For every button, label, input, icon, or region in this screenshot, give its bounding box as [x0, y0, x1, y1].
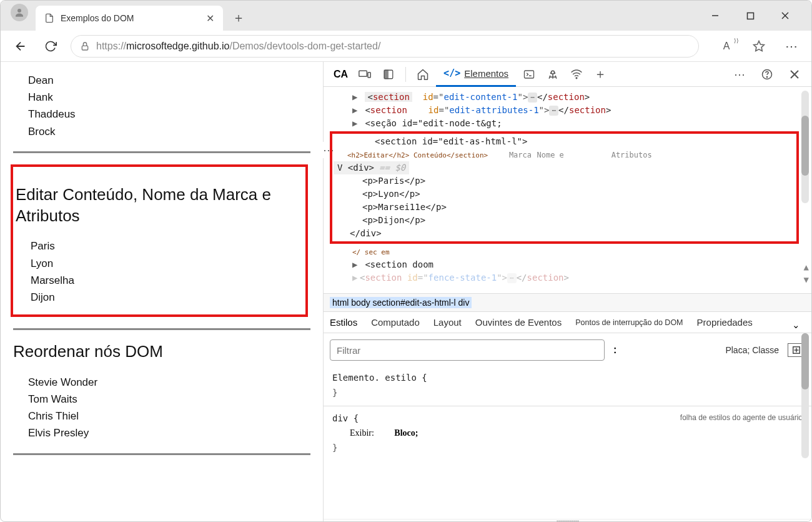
more-tabs-button[interactable]: ＋	[590, 64, 611, 85]
language-button[interactable]: CA	[330, 69, 352, 80]
list-item: Marselha	[31, 272, 297, 289]
tree-text: <p>Marsei11e</p>	[337, 201, 791, 214]
tree-text: </ sec em	[352, 248, 390, 256]
help-button[interactable]	[756, 64, 778, 85]
rule-selector[interactable]: div {	[332, 413, 359, 423]
devtools-toolbar: CA </> Elementos ＋	[324, 62, 811, 87]
minimize-button[interactable]	[706, 7, 724, 24]
elements-tree[interactable]: ▶ <section id="edit-content-1">⋯</sectio…	[324, 87, 811, 293]
tab-elements[interactable]: </> Elementos	[436, 62, 516, 87]
address-bar: https://microsoftedge.github.io/Demos/de…	[1, 31, 811, 62]
breadcrumb[interactable]: html body section#edit-as-html-l div	[324, 293, 811, 312]
svg-point-0	[17, 9, 21, 13]
styles-scrollbar[interactable]	[801, 333, 809, 458]
devtools-panel: ⋯ CA </> Elementos	[323, 62, 811, 522]
window-controls	[706, 1, 806, 31]
svg-rect-8	[368, 72, 370, 77]
rule-brace: }	[332, 443, 337, 453]
highlighted-tree-region: <section id="edit-as-html-l"> <h2>Editar…	[330, 131, 799, 244]
code-icon: </>	[443, 68, 460, 79]
styles-rules: Elemento. estilo { } folha de estilos do…	[324, 367, 811, 459]
svg-point-13	[552, 71, 555, 74]
svg-rect-10	[384, 70, 388, 79]
styles-filter-row: : Placa; Classe	[324, 333, 811, 367]
network-tab-icon[interactable]	[566, 64, 587, 85]
css-property[interactable]: Exibir: Bloco;	[350, 426, 803, 441]
tree-text: <p>Paris</p>	[337, 174, 791, 188]
tab-close-button[interactable]: ✕	[206, 13, 214, 24]
scroll-down-icon[interactable]: ▼	[804, 274, 809, 284]
list-item: Elvis Presley	[28, 424, 310, 441]
lock-icon	[80, 41, 90, 51]
url-text: https://microsoftedge.github.io/Demos/de…	[96, 41, 380, 52]
devtools-menu-button[interactable]: ⋯	[729, 64, 750, 85]
rule-selector[interactable]: Elemento. estilo {	[332, 373, 427, 383]
list-item: Tom Waits	[28, 391, 310, 408]
list-item: Dean	[28, 72, 310, 89]
page-icon	[44, 13, 54, 23]
chevron-down-icon[interactable]: ⌄	[792, 319, 805, 331]
device-toggle-button[interactable]	[354, 64, 375, 85]
tree-text: <h2>Editar</h2> Conteúdo</section>	[347, 151, 488, 159]
browser-tab[interactable]: Exemplos do DOM ✕	[36, 6, 223, 31]
tab-properties[interactable]: Propriedades	[697, 317, 753, 333]
scroll-up-icon[interactable]: ▲	[804, 262, 809, 272]
styles-filter-input[interactable]	[330, 339, 605, 361]
list-item: Paris	[31, 238, 297, 254]
list-item: Dijon	[31, 289, 297, 306]
tab-computed[interactable]: Computado	[371, 317, 420, 333]
cls-label[interactable]: Placa; Classe	[725, 345, 779, 355]
highlighted-section-edit: Editar Conteúdo, Nome da Marca e Atribut…	[11, 164, 308, 317]
rule-brace: }	[332, 388, 337, 398]
tree-scrollbar[interactable]	[801, 91, 809, 203]
tab-event-listeners[interactable]: Ouvintes de Eventos	[475, 317, 562, 333]
close-devtools-button[interactable]	[784, 64, 805, 85]
svg-rect-11	[525, 71, 534, 78]
tree-text: <p>Lyon</p>	[337, 188, 791, 201]
refresh-button[interactable]	[41, 36, 61, 56]
divider	[13, 328, 310, 330]
list-item: Hank	[28, 89, 310, 106]
tab-layout[interactable]: Layout	[433, 317, 462, 333]
svg-point-14	[576, 78, 577, 79]
list-item: Lyon	[31, 255, 297, 272]
welcome-tab-icon[interactable]	[412, 64, 433, 85]
tree-text: seção id="edit-node-t&gt;	[370, 118, 502, 128]
tree-text: <section id="edit-as-html-l">	[337, 135, 791, 148]
sources-tab-icon[interactable]	[542, 64, 563, 85]
name-list-1: Dean Hank Thaddeus Brock	[13, 72, 310, 140]
city-list: Paris Lyon Marselha Dijon	[16, 238, 297, 306]
tab-styles[interactable]: Estilos	[330, 317, 357, 333]
settings-menu-button[interactable]: ⋯	[781, 36, 801, 56]
selected-tree-node[interactable]: V <div>== $0	[334, 161, 409, 174]
drawer-drag-handle[interactable]: ╍╍╍╍╍╍	[324, 519, 811, 522]
url-field[interactable]: https://microsoftedge.github.io/Demos/de…	[71, 35, 699, 58]
profile-avatar[interactable]	[11, 4, 28, 21]
favorite-button[interactable]	[749, 36, 769, 56]
maximize-button[interactable]	[741, 7, 759, 24]
new-tab-button[interactable]: ＋	[228, 7, 249, 28]
console-tab-icon[interactable]	[518, 64, 540, 85]
section-heading: Editar Conteúdo, Nome da Marca e Atribut…	[16, 184, 297, 227]
tab-dom-breakpoints[interactable]: Pontos de interrupção do DOM	[575, 318, 683, 332]
section-heading: Reordenar nós DOM	[13, 341, 310, 363]
breadcrumb-path[interactable]: html body section#edit-as-html-l div	[330, 297, 472, 308]
list-item: Chris Thiel	[28, 408, 310, 424]
svg-marker-6	[754, 41, 765, 51]
list-item: Stevie Wonder	[28, 374, 310, 391]
svg-rect-5	[82, 46, 87, 50]
svg-point-16	[766, 76, 767, 77]
back-button[interactable]	[11, 36, 31, 56]
window-titlebar: Exemplos do DOM ✕ ＋	[1, 1, 811, 31]
close-window-button[interactable]	[776, 7, 794, 24]
inspect-element-button[interactable]	[378, 64, 399, 85]
read-aloud-button[interactable]: A⟩⟩	[716, 36, 736, 56]
styles-tabs: Estilos Computado Layout Ouvintes de Eve…	[324, 312, 811, 333]
list-item: Brock	[28, 123, 310, 140]
hov-button[interactable]: :	[613, 344, 616, 356]
tree-text: <p>Dijon</p>	[337, 214, 791, 227]
svg-rect-2	[747, 13, 753, 19]
tab-title: Exemplos do DOM	[61, 13, 134, 23]
page-content: Dean Hank Thaddeus Brock Editar Conteúdo…	[1, 62, 323, 522]
rule-origin: folha de estilos do agente de usuário	[680, 411, 803, 424]
